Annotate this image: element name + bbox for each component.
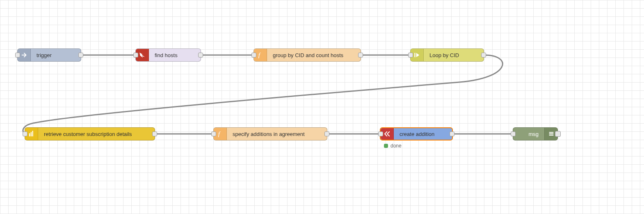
svg-rect-1 — [414, 53, 415, 58]
trigger-node[interactable]: trigger — [17, 48, 81, 62]
node-label: retrieve customer subscription details — [38, 131, 155, 137]
create-addition-node[interactable]: create addition done — [380, 127, 453, 140]
port-out[interactable] — [198, 53, 203, 58]
debug-msg-node[interactable]: msg — [513, 127, 558, 140]
node-label: find hosts — [149, 52, 201, 58]
port-out[interactable] — [481, 53, 486, 58]
debug-toggle-port[interactable] — [555, 131, 561, 137]
status-dot-icon — [384, 144, 388, 148]
svg-rect-4 — [32, 131, 33, 137]
port-in[interactable] — [15, 53, 20, 58]
port-in[interactable] — [378, 131, 383, 136]
port-out[interactable] — [450, 131, 454, 136]
node-label: group by CID and count hosts — [267, 52, 361, 58]
specify-additions-node[interactable]: f specify additions in agreement — [213, 127, 327, 140]
find-hosts-node[interactable]: find hosts — [135, 48, 201, 62]
node-label: trigger — [31, 52, 81, 58]
node-label: msg — [513, 131, 544, 137]
svg-text:f: f — [218, 131, 220, 137]
port-out[interactable] — [78, 53, 83, 58]
svg-rect-6 — [549, 132, 553, 133]
port-out[interactable] — [152, 131, 157, 136]
node-label: create addition — [394, 131, 452, 137]
flow-canvas[interactable]: trigger find hosts f group by CID and co… — [0, 0, 644, 214]
svg-rect-2 — [29, 133, 30, 137]
status-text: done — [391, 143, 402, 149]
wire — [23, 55, 502, 134]
port-out[interactable] — [358, 53, 363, 58]
port-in[interactable] — [23, 131, 27, 136]
port-out[interactable] — [324, 131, 329, 136]
loop-by-cid-node[interactable]: Loop by CID — [410, 48, 484, 62]
port-in[interactable] — [251, 53, 256, 58]
svg-rect-8 — [549, 135, 553, 136]
group-by-cid-node[interactable]: f group by CID and count hosts — [253, 48, 361, 62]
port-in[interactable] — [133, 53, 138, 58]
svg-rect-7 — [549, 133, 553, 134]
svg-rect-3 — [30, 132, 31, 137]
svg-text:f: f — [258, 52, 260, 58]
wires-layer — [0, 0, 644, 214]
node-label: Loop by CID — [424, 52, 484, 58]
node-status: done — [384, 143, 402, 149]
node-label: specify additions in agreement — [227, 131, 327, 137]
port-in[interactable] — [511, 131, 516, 136]
port-in[interactable] — [408, 53, 413, 58]
retrieve-subscription-node[interactable]: retrieve customer subscription details — [25, 127, 155, 140]
port-in[interactable] — [211, 131, 216, 136]
